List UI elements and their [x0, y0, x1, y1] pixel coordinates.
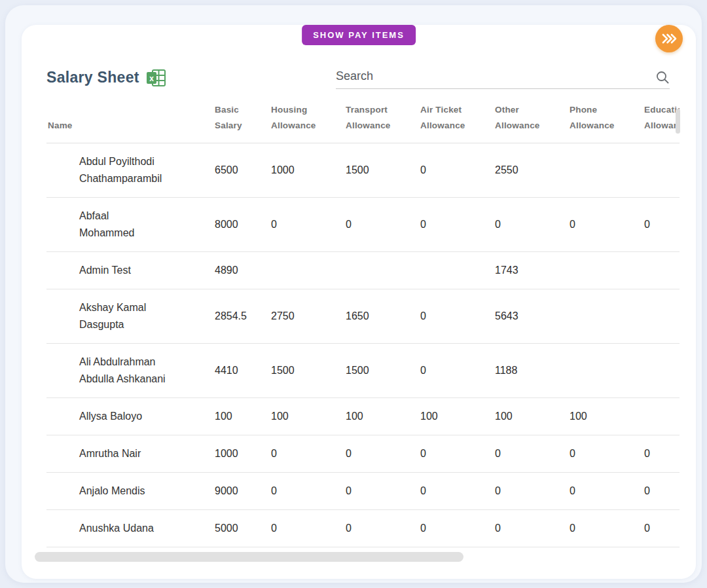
table-row: Anjalo Mendis9000000000 [46, 473, 680, 510]
show-pay-items-button[interactable]: SHOW PAY ITEMS [302, 25, 416, 45]
top-bar: SHOW PAY ITEMS [22, 25, 696, 54]
value-cell: 8000 [213, 198, 270, 252]
table-row: Allysa Baloyo100100100100100100 [46, 398, 680, 435]
value-cell: 0 [419, 473, 494, 510]
column-header-name: Name [46, 102, 213, 143]
value-cell: 0 [344, 435, 419, 473]
column-header-education-allowance: Education Allowance [643, 102, 680, 143]
value-cell: 0 [494, 198, 568, 252]
value-cell: 100 [419, 398, 494, 435]
value-cell: 2854.5 [213, 289, 270, 344]
value-cell: 1650 [344, 289, 419, 344]
column-header-other-allowance: Other Allowance [494, 102, 568, 143]
value-cell: 0 [419, 344, 494, 398]
value-cell: 2750 [270, 289, 344, 344]
horizontal-scrollbar-thumb[interactable] [35, 552, 463, 562]
value-cell: 0 [568, 435, 643, 473]
value-cell [568, 344, 643, 398]
value-cell: 100 [270, 398, 344, 435]
value-cell [568, 252, 643, 289]
value-cell: 1500 [344, 143, 419, 198]
column-header-phone-allowance: Phone Allowance [568, 102, 643, 143]
employee-name-cell: Ali AbdulrahmanAbdulla Ashkanani [46, 344, 213, 398]
value-cell: 100 [344, 398, 419, 435]
value-cell: 6500 [213, 143, 270, 198]
expand-button[interactable] [655, 25, 683, 52]
salary-table: NameBasic SalaryHousing AllowanceTranspo… [46, 102, 680, 547]
chevrons-right-icon [661, 33, 677, 45]
employee-name-cell: Anjalo Mendis [46, 473, 213, 510]
employee-name-cell: Akshay KamalDasgupta [46, 289, 213, 344]
salary-table-wrap: NameBasic SalaryHousing AllowanceTranspo… [46, 102, 680, 547]
value-cell [643, 252, 680, 289]
employee-name-cell: Amrutha Nair [46, 435, 213, 473]
value-cell: 0 [419, 143, 494, 198]
value-cell: 1000 [213, 435, 270, 473]
employee-name-cell: AbfaalMohammed [46, 198, 213, 252]
sheet-panel: SHOW PAY ITEMS Salary Sheet [5, 5, 702, 583]
value-cell [270, 252, 344, 289]
value-cell: 0 [419, 198, 494, 252]
value-cell [643, 344, 680, 398]
title-row: Salary Sheet x [22, 54, 696, 89]
table-row: AbfaalMohammed8000000000 [46, 198, 680, 252]
value-cell: 5000 [213, 510, 270, 547]
value-cell [643, 398, 680, 435]
table-row: Ali AbdulrahmanAbdulla Ashkanani44101500… [46, 344, 680, 398]
table-row: Anushka Udana5000000000 [46, 510, 680, 547]
value-cell [344, 252, 419, 289]
value-cell: 2550 [494, 143, 568, 198]
value-cell: 0 [419, 435, 494, 473]
svg-text:x: x [149, 74, 154, 83]
salary-sheet-card: SHOW PAY ITEMS Salary Sheet [22, 25, 696, 579]
value-cell: 0 [494, 473, 568, 510]
value-cell: 4890 [213, 252, 270, 289]
value-cell: 4410 [213, 344, 270, 398]
employee-name-cell: Allysa Baloyo [46, 398, 213, 435]
value-cell: 0 [568, 198, 643, 252]
value-cell: 100 [568, 398, 643, 435]
column-header-housing-allowance: Housing Allowance [270, 102, 344, 143]
table-row: Abdul PoyilthodiChathamparambil650010001… [46, 143, 680, 198]
search-icon[interactable] [655, 70, 670, 86]
value-cell: 100 [494, 398, 568, 435]
value-cell: 0 [344, 510, 419, 547]
table-row: Admin Test48901743 [46, 252, 680, 289]
value-cell: 0 [643, 435, 680, 473]
value-cell: 0 [643, 473, 680, 510]
value-cell: 0 [270, 473, 344, 510]
employee-name-cell: Abdul PoyilthodiChathamparambil [46, 143, 213, 198]
table-body: Abdul PoyilthodiChathamparambil650010001… [46, 143, 680, 547]
table-row: Akshay KamalDasgupta2854.52750165005643 [46, 289, 680, 344]
search-input[interactable] [336, 68, 655, 86]
value-cell: 0 [419, 510, 494, 547]
header-row: NameBasic SalaryHousing AllowanceTranspo… [46, 102, 680, 143]
excel-icon[interactable]: x [146, 69, 166, 86]
column-header-air-ticket-allowance: Air Ticket Allowance [419, 102, 494, 143]
value-cell: 5643 [494, 289, 568, 344]
table-row: Amrutha Nair1000000000 [46, 435, 680, 473]
page-title: Salary Sheet [46, 69, 139, 86]
employee-name-cell: Admin Test [46, 252, 213, 289]
column-header-transport-allowance: Transport Allowance [344, 102, 419, 143]
value-cell [419, 252, 494, 289]
value-cell: 1000 [270, 143, 344, 198]
value-cell [643, 143, 680, 198]
value-cell: 0 [568, 473, 643, 510]
value-cell: 0 [270, 435, 344, 473]
value-cell: 0 [270, 510, 344, 547]
value-cell: 1500 [270, 344, 344, 398]
column-header-basic-salary: Basic Salary [213, 102, 270, 143]
value-cell [643, 289, 680, 344]
value-cell: 9000 [213, 473, 270, 510]
value-cell: 1500 [344, 344, 419, 398]
value-cell: 100 [213, 398, 270, 435]
value-cell: 0 [643, 510, 680, 547]
value-cell: 0 [344, 198, 419, 252]
value-cell: 1743 [494, 252, 568, 289]
vertical-scrollbar-thumb[interactable] [676, 109, 680, 134]
value-cell [568, 289, 643, 344]
title-group: Salary Sheet x [46, 69, 166, 89]
employee-name-cell: Anushka Udana [46, 510, 213, 547]
value-cell: 0 [419, 289, 494, 344]
